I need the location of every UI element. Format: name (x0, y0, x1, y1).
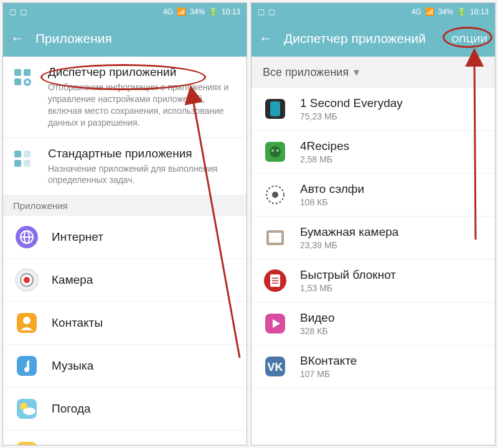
app-name: Музыка (52, 359, 93, 373)
internet-icon (14, 225, 39, 250)
app-name: Быстрый блокнот (300, 268, 396, 282)
status-icon: ▢ (9, 7, 16, 16)
app-size: 23,39 МБ (300, 240, 398, 250)
options-button[interactable]: ОПЦИИ (451, 34, 487, 44)
svg-rect-26 (270, 101, 280, 116)
svg-point-17 (23, 317, 31, 324)
svg-point-28 (270, 146, 281, 157)
app-name: Авто сэлфи (300, 182, 364, 196)
messages-icon (14, 439, 39, 445)
app-row-internet[interactable]: Интернет (3, 216, 247, 259)
svg-rect-1 (14, 78, 21, 85)
app-row[interactable]: VK ВКонтакте107 МБ (251, 345, 495, 388)
section-header: Приложения (3, 195, 247, 216)
phone-right: ▢ ▢ 4G 📶 34% 🔋 10:13 ← Диспетчер приложе… (251, 2, 496, 446)
battery-label: 34% (438, 7, 453, 16)
app-size: 2,58 МБ (300, 154, 349, 164)
filter-dropdown[interactable]: Все приложения ▾ (251, 57, 495, 88)
svg-point-4 (26, 81, 29, 84)
chevron-down-icon: ▾ (354, 65, 359, 79)
network-label: 4G (163, 7, 173, 16)
app-name: Погода (52, 402, 91, 416)
tiles-gear-icon (13, 68, 33, 88)
svg-rect-2 (24, 69, 31, 76)
battery-icon: 🔋 (209, 7, 218, 16)
app-icon (263, 96, 288, 121)
music-icon (14, 353, 39, 378)
page-title: Диспетчер приложений (284, 31, 426, 46)
app-row[interactable]: Видео328 КБ (251, 302, 495, 345)
svg-rect-6 (14, 160, 21, 167)
svg-rect-34 (269, 233, 281, 243)
tiles-icon (13, 149, 33, 169)
weather-icon (14, 396, 39, 421)
status-bar: ▢ ▢ 4G 📶 34% 🔋 10:13 (3, 3, 247, 21)
back-icon[interactable]: ← (259, 30, 273, 47)
setting-default-apps[interactable]: Стандартные приложения Назначение прилож… (3, 138, 247, 196)
phone-left: ▢ ▢ 4G 📶 34% 🔋 10:13 ← Приложения (2, 2, 247, 446)
svg-point-21 (23, 408, 35, 415)
setting-title: Стандартные приложения (48, 147, 237, 161)
time-label: 10:13 (470, 7, 489, 16)
svg-point-15 (24, 277, 30, 283)
app-icon (263, 311, 288, 336)
setting-desc: Отображение информации о приложениях и у… (48, 82, 237, 129)
app-row-contacts[interactable]: Контакты (3, 302, 247, 345)
setting-title: Диспетчер приложений (48, 65, 237, 79)
app-size: 328 КБ (300, 326, 335, 336)
app-row-messages[interactable]: Сообщения (3, 431, 247, 445)
app-row-weather[interactable]: Погода (3, 388, 247, 431)
app-icon (263, 225, 288, 250)
status-icon: ▢ (268, 7, 275, 16)
signal-icon: 📶 (177, 7, 186, 16)
contacts-icon (14, 310, 39, 335)
svg-rect-8 (24, 160, 31, 167)
svg-rect-0 (14, 69, 21, 76)
app-name: Видео (300, 311, 335, 325)
app-row[interactable]: 4Recipes2,58 МБ (251, 131, 495, 174)
status-icon: ▢ (258, 7, 265, 16)
app-row[interactable]: Авто сэлфи108 КБ (251, 174, 495, 217)
status-icon: ▢ (20, 7, 27, 16)
app-row-camera[interactable]: Камера (3, 259, 247, 302)
svg-text:VK: VK (267, 361, 283, 373)
app-row-music[interactable]: Музыка (3, 345, 247, 388)
app-size: 107 МБ (300, 369, 357, 379)
svg-rect-5 (14, 151, 21, 157)
app-bar: ← Приложения (3, 21, 247, 57)
setting-app-manager[interactable]: Диспетчер приложений Отображение информа… (3, 57, 247, 138)
app-row[interactable]: Бумажная камера23,39 МБ (251, 217, 495, 259)
battery-icon: 🔋 (457, 7, 466, 16)
app-name: Интернет (52, 230, 103, 244)
svg-rect-22 (17, 442, 37, 445)
page-title: Приложения (35, 31, 112, 46)
app-icon (263, 182, 288, 207)
app-size: 108 КБ (300, 197, 364, 207)
app-name: Камера (52, 273, 93, 287)
app-bar: ← Диспетчер приложений ОПЦИИ (251, 21, 495, 57)
signal-icon: 📶 (425, 7, 435, 16)
battery-label: 34% (190, 7, 205, 16)
svg-point-29 (271, 149, 274, 152)
app-name: 1 Second Everyday (300, 96, 403, 110)
app-name: Контакты (52, 316, 103, 330)
time-label: 10:13 (222, 7, 240, 16)
app-icon (263, 139, 288, 164)
app-name: Бумажная камера (300, 225, 398, 239)
status-bar: ▢ ▢ 4G 📶 34% 🔋 10:13 (251, 3, 495, 21)
svg-rect-7 (24, 151, 31, 157)
app-name: 4Recipes (300, 139, 349, 153)
svg-point-32 (272, 192, 278, 198)
setting-desc: Назначение приложений для выполнения опр… (48, 163, 237, 187)
app-row[interactable]: 1 Second Everyday75,23 МБ (251, 88, 495, 131)
back-icon[interactable]: ← (11, 30, 24, 47)
filter-label: Все приложения (263, 66, 349, 79)
app-name: ВКонтакте (300, 354, 357, 368)
camera-icon (14, 268, 39, 292)
app-size: 1,53 МБ (300, 283, 396, 293)
app-icon: VK (263, 354, 288, 379)
svg-point-30 (276, 149, 279, 152)
app-row[interactable]: Быстрый блокнот1,53 МБ (251, 259, 495, 302)
app-size: 75,23 МБ (300, 111, 403, 121)
app-icon (263, 268, 288, 293)
